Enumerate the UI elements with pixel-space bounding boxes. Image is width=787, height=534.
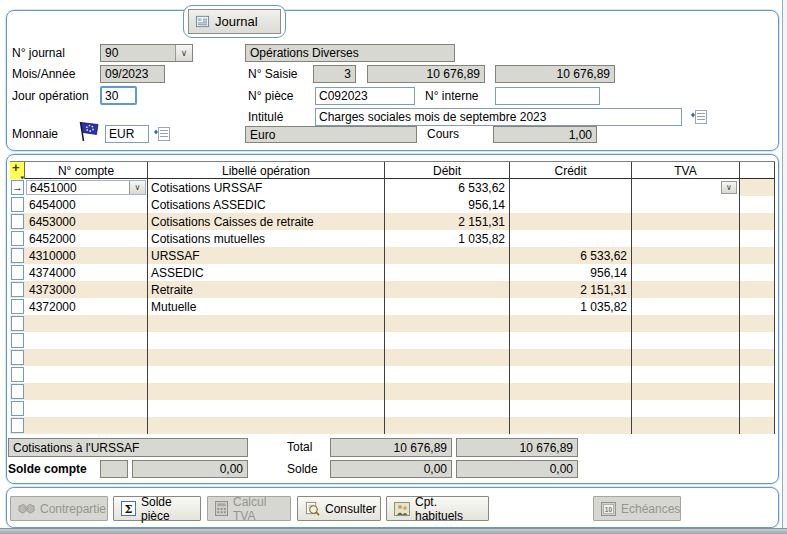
credit-cell[interactable] [510, 213, 632, 230]
debit-cell[interactable] [385, 366, 510, 383]
monnaie-input[interactable] [105, 125, 149, 143]
label-cell[interactable]: URSSAF [148, 247, 385, 264]
account-cell[interactable] [25, 383, 148, 400]
credit-cell[interactable]: 956,14 [510, 264, 632, 281]
label-cell[interactable]: ASSEDIC [148, 264, 385, 281]
tva-cell[interactable] [632, 417, 740, 434]
row-selector[interactable] [11, 316, 24, 331]
credit-cell[interactable] [510, 349, 632, 366]
label-cell[interactable] [148, 349, 385, 366]
row-selector[interactable] [11, 248, 24, 263]
debit-cell[interactable] [385, 298, 510, 315]
intitule-lookup-icon[interactable] [690, 109, 708, 125]
currency-lookup-icon[interactable] [153, 126, 171, 142]
account-cell[interactable]: 4374000 [25, 264, 148, 281]
row-selector[interactable] [11, 418, 24, 433]
tva-cell[interactable] [632, 247, 740, 264]
row-selector[interactable] [11, 299, 24, 314]
col-header-debit[interactable]: Débit [385, 162, 510, 179]
account-cell[interactable] [25, 400, 148, 417]
row-selector[interactable] [11, 401, 24, 416]
row-selector[interactable] [11, 214, 24, 229]
button-consulter[interactable]: Consulter [297, 496, 381, 521]
button-solde-piece[interactable]: ΣSolde pièce [113, 496, 201, 521]
add-row-button[interactable]: + ▾ [10, 162, 25, 179]
account-cell[interactable] [25, 332, 148, 349]
tva-cell[interactable] [632, 366, 740, 383]
tva-cell[interactable] [632, 281, 740, 298]
row-selector[interactable] [11, 231, 24, 246]
account-cell[interactable]: 6451000∨ [25, 179, 148, 196]
tva-cell[interactable] [632, 400, 740, 417]
debit-cell[interactable] [385, 281, 510, 298]
label-cell[interactable]: Cotisations URSSAF [148, 179, 385, 196]
credit-cell[interactable]: 2 151,31 [510, 281, 632, 298]
tva-cell[interactable] [632, 264, 740, 281]
tva-cell[interactable] [632, 383, 740, 400]
credit-cell[interactable] [510, 417, 632, 434]
debit-cell[interactable]: 2 151,31 [385, 213, 510, 230]
credit-cell[interactable] [510, 196, 632, 213]
row-selector[interactable] [11, 384, 24, 399]
journal-button[interactable]: Journal [188, 9, 281, 34]
label-cell[interactable]: Cotisations mutuelles [148, 230, 385, 247]
label-cell[interactable]: Cotisations ASSEDIC [148, 196, 385, 213]
debit-cell[interactable]: 1 035,82 [385, 230, 510, 247]
credit-cell[interactable]: 6 533,62 [510, 247, 632, 264]
debit-cell[interactable]: 956,14 [385, 196, 510, 213]
col-header-libelle[interactable]: Libellé opération [148, 162, 385, 179]
tva-cell[interactable]: ∨ [632, 179, 740, 196]
debit-cell[interactable] [385, 383, 510, 400]
account-cell[interactable]: 6453000 [25, 213, 148, 230]
row-selector[interactable] [11, 367, 24, 382]
debit-cell[interactable] [385, 349, 510, 366]
credit-cell[interactable] [510, 315, 632, 332]
tva-cell[interactable] [632, 230, 740, 247]
chevron-down-icon[interactable]: ∨ [175, 45, 192, 61]
tva-cell[interactable] [632, 298, 740, 315]
intitule-input[interactable] [315, 108, 682, 126]
account-combo[interactable]: 6451000∨ [26, 180, 146, 195]
col-header-credit[interactable]: Crédit [510, 162, 632, 179]
debit-cell[interactable] [385, 417, 510, 434]
label-cell[interactable] [148, 366, 385, 383]
account-cell[interactable] [25, 349, 148, 366]
credit-cell[interactable]: 1 035,82 [510, 298, 632, 315]
tva-cell[interactable] [632, 315, 740, 332]
account-cell[interactable]: 4372000 [25, 298, 148, 315]
account-cell[interactable] [25, 315, 148, 332]
credit-cell[interactable] [510, 230, 632, 247]
n-journal-combo[interactable]: 90 ∨ [100, 44, 193, 62]
row-selector[interactable] [11, 333, 24, 348]
account-cell[interactable]: 4373000 [25, 281, 148, 298]
account-cell[interactable] [25, 417, 148, 434]
n-interne-input[interactable] [495, 87, 600, 105]
row-selector[interactable] [11, 265, 24, 280]
credit-cell[interactable] [510, 383, 632, 400]
col-header-compte[interactable]: N° compte [25, 162, 148, 179]
debit-cell[interactable] [385, 332, 510, 349]
debit-cell[interactable]: 6 533,62 [385, 179, 510, 196]
credit-cell[interactable] [510, 179, 632, 196]
label-cell[interactable]: Mutuelle [148, 298, 385, 315]
credit-cell[interactable] [510, 400, 632, 417]
jour-operation-input[interactable] [100, 86, 137, 105]
row-selector[interactable] [11, 350, 24, 365]
row-selector[interactable] [11, 197, 24, 212]
credit-cell[interactable] [510, 332, 632, 349]
label-cell[interactable] [148, 383, 385, 400]
tva-cell[interactable] [632, 196, 740, 213]
debit-cell[interactable] [385, 315, 510, 332]
debit-cell[interactable] [385, 264, 510, 281]
label-cell[interactable] [148, 315, 385, 332]
label-cell[interactable] [148, 332, 385, 349]
debit-cell[interactable] [385, 400, 510, 417]
label-cell[interactable] [148, 417, 385, 434]
label-cell[interactable]: Cotisations Caisses de retraite [148, 213, 385, 230]
account-cell[interactable]: 4310000 [25, 247, 148, 264]
tva-cell[interactable] [632, 332, 740, 349]
n-piece-input[interactable] [315, 87, 415, 105]
button-cpt-habituels[interactable]: Cpt. habituels [386, 496, 489, 521]
tva-cell[interactable] [632, 213, 740, 230]
debit-cell[interactable] [385, 247, 510, 264]
